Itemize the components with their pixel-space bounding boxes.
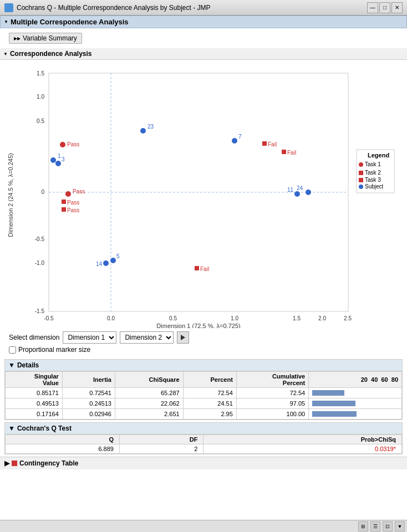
scatter-plot[interactable]: 1.5 1.0 0.5 0 -0.5 -1.0 -1.5 -0.5 0.0 0.…	[4, 62, 398, 328]
contingency-label: Contingency Table	[19, 459, 78, 467]
singular-value-cell: 0.17164	[6, 409, 63, 420]
select-dimension-label: Select dimension	[9, 334, 59, 341]
variable-summary-expand-icon: ▶	[14, 36, 21, 41]
cochrans-col-prob: Prob>ChiSq	[204, 435, 402, 444]
correspondence-analysis-header: ▼ Correspondence Analysis	[0, 48, 407, 60]
subject-11-point[interactable]	[294, 191, 300, 197]
percent-cell: 72.54	[183, 388, 236, 398]
app-icon	[4, 3, 13, 12]
subject-7-point[interactable]	[232, 138, 237, 144]
inertia-cell: 0.72541	[62, 388, 115, 398]
col-percent: Percent	[183, 372, 236, 388]
play-animation-button[interactable]	[177, 331, 189, 344]
subject-5-point[interactable]	[110, 258, 116, 263]
details-row: 0.17164 0.02946 2.651 2.95 100.00	[6, 409, 402, 420]
svg-text:1.5: 1.5	[293, 315, 301, 321]
svg-text:Dimension 1 (72.5 %, λ=0.725): Dimension 1 (72.5 %, λ=0.725)	[156, 323, 240, 328]
proportional-marker-checkbox[interactable]	[9, 346, 16, 354]
details-header[interactable]: ▼ Details	[5, 360, 402, 371]
task3-pass-point[interactable]	[62, 207, 66, 212]
col-cumulative-percent: CumulativePercent	[236, 372, 308, 388]
svg-text:23: 23	[147, 124, 154, 130]
col-inertia: Inertia	[62, 372, 115, 388]
ca-label: Correspondence Analysis	[10, 50, 92, 58]
svg-text:Fail: Fail	[287, 150, 296, 156]
svg-point-42	[359, 185, 363, 189]
subject-1-point[interactable]	[50, 157, 56, 163]
cochrans-df-value: 2	[119, 444, 203, 454]
details-collapse-icon[interactable]: ▼	[8, 361, 15, 369]
chisquare-cell: 2.651	[115, 409, 183, 420]
svg-text:Task 3: Task 3	[365, 177, 381, 183]
svg-text:0: 0	[41, 189, 44, 195]
chisquare-cell: 22.062	[115, 398, 183, 409]
window-title: Cochrans Q - Multiple Correspondence Ana…	[17, 4, 210, 12]
cochrans-header[interactable]: ▼ Cochran's Q Test	[5, 423, 402, 434]
svg-text:24: 24	[297, 185, 303, 191]
svg-text:0.0: 0.0	[107, 315, 115, 321]
status-icon-2[interactable]: ☰	[370, 521, 380, 531]
svg-text:0.5: 0.5	[169, 315, 177, 321]
chart-container: 1.5 1.0 0.5 0 -0.5 -1.0 -1.5 -0.5 0.0 0.…	[4, 62, 403, 357]
singular-value-cell: 0.85171	[6, 388, 63, 398]
singular-value-cell: 0.49513	[6, 398, 63, 409]
variable-summary-button[interactable]: ▶ Variable Summary	[9, 33, 82, 44]
svg-rect-38	[359, 171, 363, 175]
task1-pass-point[interactable]	[60, 142, 65, 147]
dimension2-select[interactable]: Dimension 1 Dimension 2	[120, 331, 174, 344]
svg-text:-0.5: -0.5	[44, 315, 54, 321]
contingency-table-header[interactable]: ▶ Contingency Table	[0, 457, 407, 469]
task2-fail-point[interactable]	[262, 141, 267, 146]
cochrans-row: 6.889 2 0.0319*	[6, 444, 402, 454]
svg-point-36	[359, 162, 363, 167]
svg-rect-40	[359, 178, 363, 182]
details-label: Details	[17, 361, 39, 369]
contingency-expand-icon[interactable]: ▶	[4, 459, 9, 467]
svg-text:Pass: Pass	[67, 207, 79, 213]
main-content: Multiple Correspondence Analysis ▶ Varia…	[0, 16, 407, 532]
details-table: SingularValue Inertia ChiSquare Percent …	[5, 371, 402, 420]
subject-14-point[interactable]	[103, 260, 109, 266]
percent-cell: 2.95	[183, 409, 236, 420]
chart-area[interactable]: 1.5 1.0 0.5 0 -0.5 -1.0 -1.5 -0.5 0.0 0.…	[4, 62, 403, 328]
task2-fail2-point[interactable]	[195, 266, 199, 270]
task1-pass2-point[interactable]	[65, 191, 71, 197]
col-singular-value: SingularValue	[6, 372, 63, 388]
svg-text:Pass: Pass	[73, 188, 85, 195]
close-button[interactable]: ✕	[391, 2, 403, 13]
cum-percent-cell: 97.05	[236, 398, 308, 409]
dimension1-select[interactable]: Dimension 1 Dimension 2	[63, 331, 116, 344]
svg-text:Pass: Pass	[67, 141, 79, 147]
col-bar: 20 40 60 80	[309, 372, 402, 388]
maximize-button[interactable]: □	[379, 2, 390, 13]
chart-controls: Select dimension Dimension 1 Dimension 2…	[4, 328, 403, 357]
task3-fail-point[interactable]	[282, 150, 286, 154]
ca-collapse-icon[interactable]: ▼	[3, 52, 8, 57]
subject-23-point[interactable]	[140, 128, 146, 134]
inertia-cell: 0.24513	[62, 398, 115, 409]
cochrans-label: Cochran's Q Test	[17, 424, 72, 432]
svg-text:Dimension 2 (24.5 %, λ=0.245): Dimension 2 (24.5 %, λ=0.245)	[7, 153, 14, 237]
svg-text:-0.5: -0.5	[35, 236, 45, 242]
svg-text:Task 2: Task 2	[365, 170, 381, 176]
subject-24-point[interactable]	[306, 190, 311, 195]
svg-text:1.5: 1.5	[37, 70, 44, 76]
minimize-button[interactable]: —	[367, 2, 378, 13]
cochrans-table: Q DF Prob>ChiSq 6.889 2 0.0319*	[5, 434, 402, 454]
svg-text:2.5: 2.5	[344, 315, 352, 321]
subject-3-point[interactable]	[55, 161, 61, 166]
svg-text:1: 1	[58, 153, 61, 159]
status-icon-3[interactable]: ⊡	[383, 521, 393, 531]
status-icon-4[interactable]: ▼	[395, 521, 405, 531]
status-icon-1[interactable]: ⊞	[358, 521, 368, 531]
svg-text:-1.5: -1.5	[35, 308, 45, 314]
dimension-selector-row: Select dimension Dimension 1 Dimension 2…	[9, 331, 398, 344]
cochrans-collapse-icon[interactable]: ▼	[8, 424, 15, 432]
collapse-main-icon[interactable]	[4, 19, 8, 24]
cochrans-col-q: Q	[6, 435, 120, 444]
col-chisquare: ChiSquare	[115, 372, 183, 388]
svg-text:7: 7	[238, 134, 242, 140]
task2-pass-point[interactable]	[62, 200, 66, 204]
cochrans-section: ▼ Cochran's Q Test Q DF Prob>ChiSq 6.889…	[4, 422, 403, 454]
cum-percent-cell: 100.00	[236, 409, 308, 420]
